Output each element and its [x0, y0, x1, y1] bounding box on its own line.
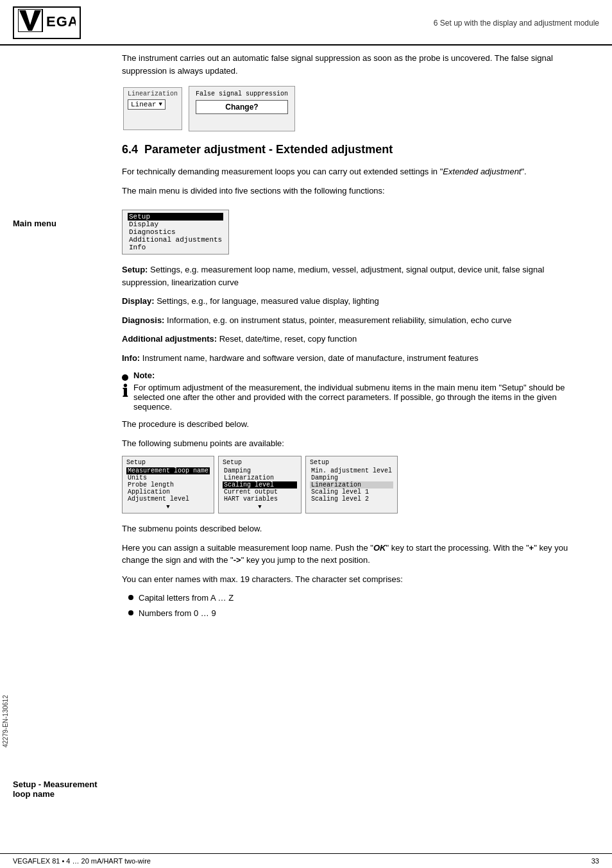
submenu-col1-title: Setup [126, 459, 210, 466]
bullet-icon [128, 610, 133, 615]
submenu-item-linearization: Linearization [223, 474, 297, 481]
left-margin: Main menu Setup - Measurement loop name … [0, 52, 115, 799]
submenu-para1: The procedure is described below. [122, 418, 593, 431]
submenu-item-damping2: Damping [310, 474, 393, 481]
logo-text: EGA [13, 6, 81, 39]
list-item-letters: Capital letters from A … Z [128, 592, 593, 605]
section-6-4-heading: 6.4 Parameter adjustment - Extended adju… [122, 143, 593, 159]
submenu-col3: Setup Min. adjustment level Damping Line… [305, 456, 398, 513]
submenu-boxes-row: Setup Measurement loop name Units Probe … [122, 456, 593, 513]
linearization-input[interactable]: Linear ▼ [128, 99, 166, 110]
submenu-item-linearization2: Linearization [310, 481, 393, 488]
note-text: For optimum adjustment of the measuremen… [133, 383, 593, 412]
note-title: Note: [133, 371, 593, 380]
dropdown-arrow-icon: ▼ [159, 101, 162, 108]
submenu-desc: The submenu points described below. [122, 522, 593, 535]
menu-item-display: Display [128, 221, 223, 228]
submenu-col2-arrow: ▼ [223, 504, 297, 510]
submenu-col2: Setup Damping Linearization Scaling leve… [218, 456, 302, 513]
submenu-col3-title: Setup [310, 459, 393, 466]
submenu-col1: Setup Measurement loop name Units Probe … [122, 456, 214, 513]
ui-mockup-container: Linearization Linear ▼ False signal supp… [122, 86, 593, 131]
submenu-item-probe-length: Probe length [126, 481, 210, 488]
logo: EGA [13, 6, 81, 39]
list-item-numbers: Numbers from 0 … 9 [128, 607, 593, 620]
submenu-item-current-output: Current output [223, 488, 297, 496]
main-menu-box: Setup Display Diagnostics Additional adj… [122, 210, 229, 255]
main-menu-para: The main menu is divided into five secti… [122, 185, 593, 197]
note-bullet-icon [122, 374, 128, 381]
setup-desc: Setup: Settings, e.g. measurement loop n… [122, 263, 593, 288]
linearization-title: Linearization [128, 90, 178, 97]
note-info-icon: 𝐢 [123, 382, 128, 400]
menu-item-info: Info [128, 244, 223, 251]
submenu-item-scaling1: Scaling level 1 [310, 488, 393, 496]
submenu-item-units: Units [126, 474, 210, 481]
submenu-item-measurement-loop: Measurement loop name [126, 467, 210, 474]
false-signal-box: False signal suppression Change? [189, 86, 295, 131]
display-desc: Display: Settings, e.g., for language, m… [122, 295, 593, 308]
submenu-item-damping: Damping [223, 467, 297, 474]
footer-right: 33 [591, 857, 599, 865]
submenu-item-hart: HART variables [223, 496, 297, 503]
menu-item-diagnostics: Diagnostics [128, 228, 223, 236]
setup-meas-label: Setup - Measurement loop name [13, 780, 109, 799]
note-content: Note: For optimum adjustment of the meas… [133, 371, 593, 412]
page-header: EGA 6 Set up with the display and adjust… [0, 0, 612, 46]
section-6-4-intro: For technically demanding measurement lo… [122, 165, 593, 178]
note-block: 𝐢 Note: For optimum adjustment of the me… [122, 371, 593, 412]
additional-desc: Additional adjustments: Reset, date/time… [122, 333, 593, 346]
submenu-item-scaling-level: Scaling level [223, 481, 297, 488]
bullet-icon [128, 595, 133, 600]
diagnosis-desc: Diagnosis: Information, e.g. on instrume… [122, 314, 593, 327]
submenu-item-adjustment-level: Adjustment level [126, 496, 210, 503]
false-signal-title: False signal suppression [196, 90, 288, 97]
change-button[interactable]: Change? [196, 100, 288, 114]
submenu-col1-arrow: ▼ [126, 504, 210, 510]
intro-paragraph: The instrument carries out an automatic … [122, 52, 593, 77]
page-footer: VEGAFLEX 81 • 4 … 20 mA/HART two-wire 33 [0, 853, 612, 868]
chapter-title: 6 Set up with the display and adjustment… [434, 19, 599, 28]
submenu-item-min-adjustment: Min. adjustment level [310, 467, 393, 474]
setup-meas-para2: You can enter names with max. 19 charact… [122, 573, 593, 586]
main-menu-label: Main menu [13, 219, 109, 228]
svg-text:EGA: EGA [46, 13, 76, 29]
side-code: 42279-EN-130612 [2, 695, 9, 747]
character-set-list: Capital letters from A … Z Numbers from … [128, 592, 593, 619]
footer-left: VEGAFLEX 81 • 4 … 20 mA/HART two-wire [13, 857, 151, 865]
submenu-col2-title: Setup [223, 459, 297, 466]
submenu-item-application: Application [126, 488, 210, 496]
main-content: The instrument carries out an automatic … [115, 52, 612, 799]
menu-item-additional: Additional adjustments [128, 236, 223, 244]
menu-item-setup: Setup [128, 213, 223, 221]
submenu-item-scaling2: Scaling level 2 [310, 496, 393, 503]
linearization-box: Linearization Linear ▼ [123, 87, 182, 130]
submenu-para2: The following submenu points are availab… [122, 437, 593, 450]
setup-meas-para1: Here you can assign a suitable measureme… [122, 542, 593, 567]
info-desc: Info: Instrument name, hardware and soft… [122, 352, 593, 365]
